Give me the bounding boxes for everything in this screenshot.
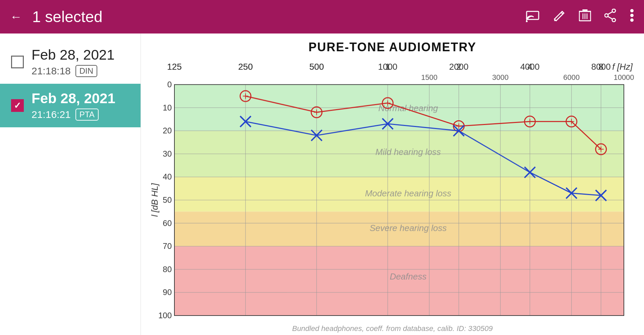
record-badge-2: PTA (75, 109, 99, 121)
back-button[interactable]: ← (10, 10, 22, 24)
chart-title: PURE-TONE AUDIOMETRY (309, 40, 477, 54)
selected-label: 1 selected (32, 8, 103, 26)
svg-point-1 (526, 20, 528, 22)
checkbox-2[interactable] (10, 98, 25, 113)
chart-container (151, 58, 634, 322)
chart-area: PURE-TONE AUDIOMETRY Bundled headphones,… (141, 34, 644, 335)
record-meta-2: 21:16:21 PTA (32, 109, 115, 121)
sidebar: Feb 28, 2021 21:18:18 DIN Feb 28, 2021 2… (0, 34, 141, 335)
more-icon[interactable] (630, 9, 634, 25)
svg-point-4 (605, 14, 608, 17)
record-date-1: Feb 28, 2021 (32, 47, 115, 63)
svg-point-7 (630, 14, 634, 17)
content: Feb 28, 2021 21:18:18 DIN Feb 28, 2021 2… (0, 34, 644, 335)
edit-icon[interactable] (553, 9, 566, 25)
checkbox-checked-2 (11, 99, 24, 112)
record-info-2: Feb 28, 2021 21:16:21 PTA (32, 90, 115, 121)
cast-icon[interactable] (526, 9, 539, 25)
record-item-1[interactable]: Feb 28, 2021 21:18:18 DIN (0, 40, 141, 84)
share-icon[interactable] (604, 9, 616, 25)
topbar-left: ← 1 selected (10, 8, 103, 26)
record-info-1: Feb 28, 2021 21:18:18 DIN (32, 47, 115, 77)
record-time-2: 21:16:21 (32, 109, 71, 120)
record-time-1: 21:18:18 (32, 65, 71, 77)
record-item-2[interactable]: Feb 28, 2021 21:16:21 PTA (0, 84, 141, 127)
svg-point-3 (612, 9, 615, 12)
topbar: ← 1 selected (0, 0, 644, 34)
checkbox-empty-1 (11, 56, 24, 68)
topbar-right (526, 9, 634, 25)
checkbox-1[interactable] (10, 55, 25, 69)
delete-icon[interactable] (579, 9, 591, 25)
svg-point-6 (630, 9, 634, 12)
record-meta-1: 21:18:18 DIN (32, 65, 115, 77)
svg-point-5 (612, 18, 615, 22)
chart-footer: Bundled headphones, coeff. from database… (292, 324, 493, 333)
record-badge-1: DIN (75, 65, 97, 77)
svg-point-8 (630, 18, 634, 22)
audiogram-canvas (151, 58, 634, 322)
record-date-2: Feb 28, 2021 (32, 90, 115, 107)
